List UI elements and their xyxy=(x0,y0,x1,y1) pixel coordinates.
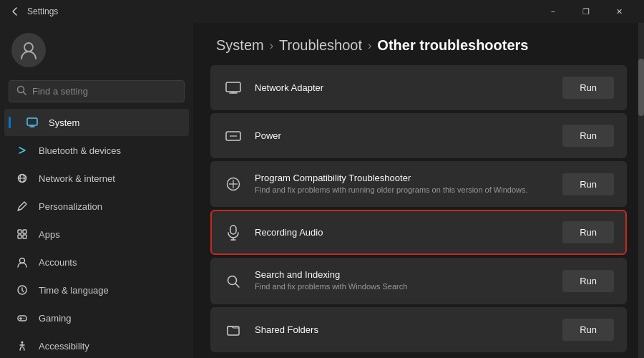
recording-audio-text: Recording Audio xyxy=(255,227,551,238)
apps-icon xyxy=(16,228,29,241)
troubleshooter-item-power: Power Run xyxy=(210,113,627,158)
recording-audio-title: Recording Audio xyxy=(255,227,551,238)
avatar[interactable] xyxy=(11,33,46,67)
svg-point-0 xyxy=(24,43,33,52)
sidebar-item-bluetooth[interactable]: Bluetooth & devices xyxy=(4,137,189,164)
bluetooth-icon xyxy=(16,144,29,157)
maximize-button[interactable]: ❐ xyxy=(570,0,602,23)
search-indexing-text: Search and Indexing Find and fix problem… xyxy=(255,269,551,292)
breadcrumb: System › Troubleshoot › Other troublesho… xyxy=(193,23,644,65)
search-input[interactable] xyxy=(32,86,177,97)
troubleshooter-item-recording-audio: Recording Audio Run xyxy=(210,210,627,255)
active-indicator xyxy=(9,117,11,128)
power-text: Power xyxy=(255,130,551,141)
sidebar-item-label: System xyxy=(49,117,79,128)
sidebar-item-label: Network & internet xyxy=(39,173,115,184)
svg-rect-20 xyxy=(226,82,240,92)
titlebar-left: Settings xyxy=(9,5,58,18)
troubleshooter-item-program-compat: Program Compatibility Troubleshooter Fin… xyxy=(210,161,627,207)
svg-rect-11 xyxy=(18,235,21,238)
scroll-track[interactable] xyxy=(638,23,644,358)
nav-list: System Bluetooth & devices xyxy=(0,108,193,358)
search-indexing-icon xyxy=(223,271,243,291)
svg-rect-28 xyxy=(230,226,236,234)
network-adapter-run-btn[interactable]: Run xyxy=(562,77,614,99)
network-adapter-text: Network Adapter xyxy=(255,82,551,93)
program-compat-text: Program Compatibility Troubleshooter Fin… xyxy=(255,173,551,195)
sidebar-item-label: Accounts xyxy=(39,257,77,268)
search-indexing-desc: Find and fix problems with Windows Searc… xyxy=(255,281,551,292)
minimize-button[interactable]: − xyxy=(537,0,570,23)
accounts-icon xyxy=(16,256,29,268)
back-button[interactable] xyxy=(9,5,21,18)
scroll-thumb[interactable] xyxy=(638,59,644,116)
sidebar-item-system[interactable]: System xyxy=(4,109,189,136)
svg-rect-12 xyxy=(23,235,26,238)
troubleshooter-item-search-indexing: Search and Indexing Find and fix problem… xyxy=(210,258,627,304)
user-section xyxy=(0,23,193,77)
titlebar: Settings − ❐ ✕ xyxy=(0,0,644,23)
sidebar-item-label: Personalization xyxy=(39,201,102,212)
svg-line-2 xyxy=(24,92,26,95)
recording-audio-icon xyxy=(223,223,243,243)
power-icon xyxy=(223,126,243,146)
power-run-btn[interactable]: Run xyxy=(562,125,614,147)
svg-rect-9 xyxy=(18,230,21,233)
sidebar-item-accessibility[interactable]: Accessibility xyxy=(4,332,189,358)
search-box[interactable] xyxy=(9,80,185,102)
gaming-icon xyxy=(16,311,29,324)
sidebar-item-label: Apps xyxy=(39,229,60,240)
network-adapter-title: Network Adapter xyxy=(255,82,551,93)
sidebar-item-accounts[interactable]: Accounts xyxy=(4,248,189,276)
sidebar-item-time[interactable]: Time & language xyxy=(4,276,189,304)
app-title: Settings xyxy=(27,6,58,16)
svg-rect-3 xyxy=(27,118,37,125)
program-compat-title: Program Compatibility Troubleshooter xyxy=(255,173,551,183)
sidebar-item-label: Bluetooth & devices xyxy=(39,145,121,156)
shared-folders-run-btn[interactable]: Run xyxy=(562,319,614,341)
breadcrumb-current: Other troubleshooters xyxy=(377,37,528,54)
recording-audio-run-btn[interactable]: Run xyxy=(562,221,614,243)
sidebar-item-label: Accessibility xyxy=(39,341,89,352)
svg-rect-15 xyxy=(18,316,26,321)
system-icon xyxy=(26,116,39,129)
sidebar-item-label: Time & language xyxy=(39,285,109,296)
troubleshooter-list: Network Adapter Run Power Run xyxy=(193,65,644,358)
network-icon xyxy=(16,172,29,185)
close-button[interactable]: ✕ xyxy=(602,0,635,23)
sidebar-item-apps[interactable]: Apps xyxy=(4,221,189,248)
shared-folders-text: Shared Folders xyxy=(255,324,551,335)
sidebar-item-gaming[interactable]: Gaming xyxy=(4,304,189,332)
search-icon xyxy=(16,85,26,97)
sidebar-item-personalization[interactable]: Personalization xyxy=(4,193,189,220)
breadcrumb-sep-2: › xyxy=(368,39,371,52)
accessibility-icon xyxy=(16,339,29,352)
sidebar: System Bluetooth & devices xyxy=(0,23,193,358)
network-adapter-icon xyxy=(223,78,243,98)
breadcrumb-system[interactable]: System xyxy=(216,37,264,54)
svg-rect-10 xyxy=(23,230,26,233)
breadcrumb-troubleshoot[interactable]: Troubleshoot xyxy=(279,37,362,54)
search-indexing-title: Search and Indexing xyxy=(255,269,551,280)
svg-point-18 xyxy=(24,318,25,319)
svg-point-19 xyxy=(21,342,24,344)
window-controls: − ❐ ✕ xyxy=(537,0,635,23)
search-indexing-run-btn[interactable]: Run xyxy=(562,270,614,292)
main-layout: System Bluetooth & devices xyxy=(0,23,644,358)
sidebar-item-network[interactable]: Network & internet xyxy=(4,165,189,192)
shared-folders-title: Shared Folders xyxy=(255,324,551,335)
sidebar-item-label: Gaming xyxy=(39,313,72,324)
troubleshooter-item-shared-folders: Shared Folders Run xyxy=(210,307,627,352)
program-compat-run-btn[interactable]: Run xyxy=(562,173,614,195)
shared-folders-icon xyxy=(223,319,243,339)
program-compat-icon xyxy=(223,174,243,194)
program-compat-desc: Find and fix problems with running older… xyxy=(255,185,551,195)
content-area: System › Troubleshoot › Other troublesho… xyxy=(193,23,644,358)
breadcrumb-sep-1: › xyxy=(270,39,273,52)
personalization-icon xyxy=(16,200,29,213)
time-icon xyxy=(16,284,29,296)
power-title: Power xyxy=(255,130,551,141)
svg-line-32 xyxy=(235,284,239,287)
troubleshooter-item-network-adapter: Network Adapter Run xyxy=(210,65,627,110)
